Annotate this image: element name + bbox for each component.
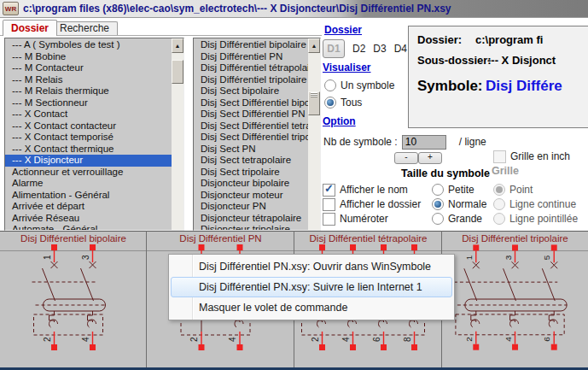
size-option-radio[interactable] — [432, 213, 444, 225]
dossier-button-d4[interactable]: D4 — [394, 43, 407, 55]
folder-listbox[interactable]: --- A ( Symboles de test )--- M Bobine--… — [4, 38, 184, 231]
size-option-radio[interactable] — [432, 184, 444, 196]
context-menu-item[interactable]: Masquer le volet de commande — [171, 297, 452, 318]
folder-list-item[interactable]: --- M Contacteur — [5, 62, 183, 74]
symbol-list-item[interactable]: Disjoncteur bipolaire — [194, 178, 320, 190]
size-option-label: Normale — [448, 198, 486, 210]
nb-symbole-input[interactable] — [402, 135, 446, 150]
svg-text:4: 4 — [504, 337, 513, 342]
symbol-list-item[interactable]: Disjoncteur tétrapolaire — [194, 213, 320, 225]
scroll-up-icon[interactable]: ▲ — [172, 38, 183, 53]
svg-text:3: 3 — [81, 255, 90, 260]
size-option-row[interactable]: Petite — [432, 184, 474, 196]
symbol-scroll-thumb[interactable] — [308, 91, 320, 115]
symbol-list-item[interactable]: Disj Sect Différentiel tetrapo — [194, 120, 320, 132]
folder-list-item[interactable]: --- A ( Symboles de test ) — [5, 39, 183, 51]
view-option-radio[interactable] — [324, 97, 336, 109]
symbol-list-item[interactable]: Disjoncteur moteur — [194, 190, 320, 202]
size-option-label: Grande — [448, 213, 482, 225]
grille-option-row[interactable]: Ligne continue — [493, 198, 576, 210]
folder-list-item[interactable]: Alarme — [5, 178, 183, 190]
view-option-row[interactable]: Un symbole — [324, 79, 394, 91]
dossier-button-d1[interactable]: D1 — [323, 39, 345, 58]
folder-list-item[interactable]: Arrivée et départ — [5, 201, 183, 213]
symbol-listbox[interactable]: Disj Différentiel bipolaireDisj Différen… — [193, 38, 321, 231]
grille-inch-checkbox[interactable] — [493, 150, 506, 163]
symbol-preview-1[interactable]: 1234 — [0, 243, 147, 366]
info-box: Dossier: c:\program fi Sous-dossier: ---… — [408, 26, 588, 128]
size-option-row[interactable]: Normale — [432, 198, 486, 210]
symbol-list-item[interactable]: Disjoncteur tripolaire — [194, 224, 320, 231]
info-dossier-value: c:\program fi — [475, 33, 543, 46]
minus-button[interactable]: - — [394, 152, 418, 164]
display-option-row[interactable]: Afficher le dossier — [323, 198, 421, 210]
symbol-list-item[interactable]: Disj Sect bipolaire — [194, 85, 320, 97]
dossier-button-d2[interactable]: D2 — [352, 43, 365, 55]
display-option-check[interactable] — [323, 184, 335, 197]
folder-list-item[interactable]: Arrivée Réseau — [5, 213, 183, 225]
dossier-buttons: D1D2D3D4 — [323, 39, 407, 58]
context-menu-item[interactable]: Disj Différentiel PN.xsy: Ouvrir dans Wi… — [171, 256, 452, 277]
folder-list-scrollbar[interactable]: ▲ ▼ — [172, 38, 183, 230]
symbol-list-item[interactable]: Disj Sect tetrapolaire — [194, 155, 320, 167]
display-option-check[interactable] — [323, 213, 335, 226]
plus-button[interactable]: + — [418, 152, 442, 164]
svg-text:3: 3 — [504, 255, 513, 260]
option-link[interactable]: Option — [323, 115, 356, 127]
symbol-list-item[interactable]: Disj Différentiel PN — [194, 51, 320, 63]
symbol-list-item[interactable]: Disjoncteur PN — [194, 201, 320, 213]
svg-text:2: 2 — [43, 337, 52, 342]
grille-inch-row[interactable]: Grille en inch — [493, 150, 570, 162]
svg-text:4: 4 — [81, 337, 90, 342]
grille-option-radio — [493, 184, 505, 196]
symbol-list-item[interactable]: Disj Sect Différentiel bipolai — [194, 97, 320, 109]
folder-list-item[interactable]: Automate - Général — [5, 224, 183, 231]
symbol-preview-4[interactable]: 123456 — [442, 243, 588, 366]
folder-list-item[interactable]: --- M Bobine — [5, 51, 183, 63]
view-option-row[interactable]: Tous — [324, 97, 362, 109]
folder-list-item[interactable]: --- M Relais thermique — [5, 85, 183, 97]
symbol-list-item[interactable]: Disj Différentiel bipolaire — [194, 39, 320, 51]
dossier-button-d3[interactable]: D3 — [373, 43, 386, 55]
grille-inch-label: Grille en inch — [510, 150, 570, 162]
svg-text:2: 2 — [189, 337, 199, 342]
grille-option-radio — [493, 213, 505, 225]
folder-list-item[interactable]: --- M Sectionneur — [5, 97, 183, 109]
size-option-label: Petite — [448, 184, 474, 196]
grille-option-label: Ligne pointillée — [509, 213, 578, 225]
folder-list-item[interactable]: Actionneur et verrouillage — [5, 167, 183, 179]
folder-scroll-thumb[interactable] — [172, 60, 183, 84]
symbol-list-item[interactable]: Disj Sect Différentiel tripolai — [194, 132, 320, 144]
symbol-list-item[interactable]: Disj Différentiel tripolaire — [194, 74, 320, 86]
folder-list-item[interactable]: --- X Contact temporisé — [5, 132, 183, 144]
view-option-label: Un symbole — [341, 79, 394, 91]
folder-list-item[interactable]: --- X Contact contacteur — [5, 120, 183, 132]
svg-text:6: 6 — [372, 337, 381, 342]
context-menu-item[interactable]: Disj Différentiel PN.xsy: Suivre le lien… — [171, 277, 452, 297]
folder-list-item[interactable]: Alimentation - Général — [5, 190, 183, 202]
grille-option-row[interactable]: Ligne pointillée — [493, 213, 578, 225]
nb-symbole-row: Nb de symbole : / ligne — [323, 136, 486, 148]
tab-dossier[interactable]: Dossier — [3, 20, 57, 36]
view-option-radio[interactable] — [324, 79, 336, 91]
size-option-row[interactable]: Grande — [432, 213, 482, 225]
scroll-up-icon[interactable]: ▲ — [308, 38, 320, 53]
folder-list-item[interactable]: --- X Contact — [5, 109, 183, 120]
folder-list-item[interactable]: --- X Disjoncteur — [5, 155, 183, 167]
display-option-row[interactable]: Afficher le nom — [323, 184, 408, 196]
symbol-list-item[interactable]: Disj Sect tripolaire — [194, 167, 320, 179]
display-option-check[interactable] — [323, 198, 335, 211]
folder-list-item[interactable]: --- M Relais — [5, 74, 183, 86]
tab-recherche[interactable]: Recherche — [51, 21, 118, 36]
visualiser-link[interactable]: Visualiser — [323, 62, 370, 73]
grille-option-row[interactable]: Point — [493, 184, 533, 196]
size-option-radio[interactable] — [432, 198, 444, 210]
dossier-link[interactable]: Dossier — [324, 24, 362, 36]
context-menu: Disj Différentiel PN.xsy: Ouvrir dans Wi… — [168, 254, 455, 320]
symbol-list-scrollbar[interactable]: ▲ ▼ — [308, 38, 320, 230]
symbol-list-item[interactable]: Disj Différentiel tétrapolaire — [194, 62, 320, 74]
display-option-row[interactable]: Numéroter — [323, 213, 388, 225]
symbol-list-item[interactable]: Disj Sect PN — [194, 144, 320, 156]
symbol-list-item[interactable]: Disj Sect Différentiel PN — [194, 109, 320, 120]
folder-list-item[interactable]: --- X Contact thermique — [5, 144, 183, 156]
